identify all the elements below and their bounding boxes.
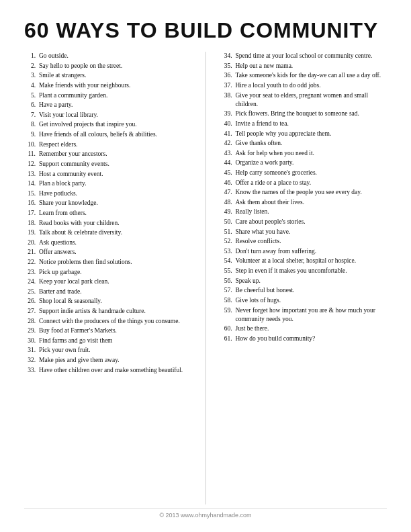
item-number: 21. — [24, 248, 39, 257]
item-number: 46. — [221, 179, 236, 187]
list-item: 7.Visit your local library. — [24, 111, 191, 120]
item-text: Volunteer at a local shelter, hospital o… — [236, 257, 387, 265]
item-number: 31. — [24, 346, 39, 355]
item-text: Never forget how important you are & how… — [236, 306, 387, 324]
item-text: Pick flowers. Bring the bouquet to someo… — [236, 109, 387, 118]
list-item: 61.How do you build community? — [221, 335, 387, 343]
list-item: 59.Never forget how important you are & … — [221, 306, 387, 324]
list-item: 53.Don't turn away from suffering. — [221, 247, 387, 256]
item-text: Give your seat to elders, pregnant women… — [236, 91, 387, 109]
content-columns: 1.Go outside.2.Say hello to people on th… — [24, 52, 387, 504]
list-item: 17.Learn from others. — [24, 209, 191, 218]
list-item: 37.Hire a local youth to do odd jobs. — [221, 81, 387, 90]
list-item: 15.Have potlucks. — [24, 189, 191, 198]
item-text: Barter and trade. — [39, 287, 191, 296]
item-number: 30. — [24, 337, 39, 345]
item-text: Have a party. — [39, 101, 191, 109]
item-number: 20. — [24, 238, 39, 247]
item-number: 8. — [24, 120, 39, 129]
list-item: 50.Care about people's stories. — [221, 218, 387, 226]
item-number: 15. — [24, 189, 39, 198]
list-item: 16.Share your knowledge. — [24, 199, 191, 208]
item-number: 13. — [24, 170, 39, 179]
list-item: 23.Pick up garbage. — [24, 268, 191, 277]
item-text: Make pies and give them away. — [39, 356, 191, 365]
item-text: Spend time at your local school or commu… — [236, 52, 387, 60]
item-text: Read books with your children. — [39, 219, 191, 228]
item-number: 38. — [221, 91, 236, 109]
item-text: Say hello to people on the street. — [39, 62, 191, 71]
list-item: 26.Shop local & seasonally. — [24, 297, 191, 306]
list-item: 39.Pick flowers. Bring the bouquet to so… — [221, 109, 387, 118]
item-number: 57. — [221, 286, 236, 295]
list-item: 9.Have friends of all colours, beliefs &… — [24, 130, 191, 139]
list-item: 54.Volunteer at a local shelter, hospita… — [221, 257, 387, 265]
item-number: 56. — [221, 277, 236, 285]
item-number: 41. — [221, 130, 236, 138]
list-item: 13.Host a community event. — [24, 170, 191, 179]
item-number: 43. — [221, 149, 236, 158]
item-number: 22. — [24, 258, 39, 267]
item-text: Care about people's stories. — [236, 218, 387, 226]
item-number: 42. — [221, 139, 236, 148]
item-number: 32. — [24, 356, 39, 365]
item-number: 14. — [24, 179, 39, 188]
list-item: 12.Support community events. — [24, 160, 191, 169]
item-number: 11. — [24, 150, 39, 159]
list-item: 40.Invite a friend to tea. — [221, 120, 387, 128]
list-item: 3.Smile at strangers. — [24, 71, 191, 80]
item-text: Share your knowledge. — [39, 199, 191, 208]
item-number: 35. — [221, 62, 236, 71]
list-item: 30.Find farms and go visit them — [24, 337, 191, 345]
list-item: 48.Ask them about their lives. — [221, 198, 387, 207]
list-item: 36.Take someone's kids for the day-we ca… — [221, 71, 387, 80]
list-item: 34.Spend time at your local school or co… — [221, 52, 387, 60]
item-text: Plan a block party. — [39, 179, 191, 188]
item-text: Have other children over and make someth… — [39, 366, 191, 375]
list-item: 28.Connect with the producers of the thi… — [24, 317, 191, 326]
item-text: Hire a local youth to do odd jobs. — [236, 81, 387, 90]
item-text: Make friends with your neighbours. — [39, 81, 191, 90]
item-number: 60. — [221, 324, 236, 333]
item-number: 50. — [221, 218, 236, 226]
item-number: 19. — [24, 228, 39, 237]
item-number: 1. — [24, 52, 39, 60]
item-text: Notice problems then find solutions. — [39, 258, 191, 267]
item-text: Ask questions. — [39, 238, 191, 247]
list-item: 47.Know the names of the people you see … — [221, 188, 387, 197]
list-item: 58.Give lots of hugs. — [221, 296, 387, 305]
list-item: 8.Get involved projects that inspire you… — [24, 120, 191, 129]
item-number: 51. — [221, 228, 236, 236]
list-item: 27.Support indie artists & handmade cult… — [24, 307, 191, 316]
item-text: Give thanks often. — [236, 139, 387, 148]
item-text: Offer a ride or a place to stay. — [236, 179, 387, 187]
list-item: 18.Read books with your children. — [24, 219, 191, 228]
item-text: Be cheerful but honest. — [236, 286, 387, 295]
list-item: 31.Pick your own fruit. — [24, 346, 191, 355]
item-number: 23. — [24, 268, 39, 277]
item-number: 59. — [221, 306, 236, 324]
item-number: 28. — [24, 317, 39, 326]
footer-text: © 2013 www.ohmyhandmade.com — [24, 508, 387, 519]
item-number: 6. — [24, 101, 39, 109]
item-number: 55. — [221, 267, 236, 275]
item-text: Visit your local library. — [39, 111, 191, 120]
item-number: 25. — [24, 287, 39, 296]
list-item: 2.Say hello to people on the street. — [24, 62, 191, 71]
list-item: 19.Talk about & celebrate diversity. — [24, 228, 191, 237]
item-number: 45. — [221, 169, 236, 177]
item-number: 48. — [221, 198, 236, 207]
item-text: Host a community event. — [39, 170, 191, 179]
item-text: Don't turn away from suffering. — [236, 247, 387, 256]
list-item: 33.Have other children over and make som… — [24, 366, 191, 375]
item-text: Buy food at Farmer's Markets. — [39, 326, 191, 335]
item-text: Tell people why you appreciate them. — [236, 130, 387, 138]
item-number: 18. — [24, 219, 39, 228]
list-item: 32.Make pies and give them away. — [24, 356, 191, 365]
item-text: Share what you have. — [236, 228, 387, 236]
item-number: 27. — [24, 307, 39, 316]
item-text: Offer answers. — [39, 248, 191, 257]
item-text: Find farms and go visit them — [39, 337, 191, 345]
item-number: 33. — [24, 366, 39, 375]
item-number: 7. — [24, 111, 39, 120]
